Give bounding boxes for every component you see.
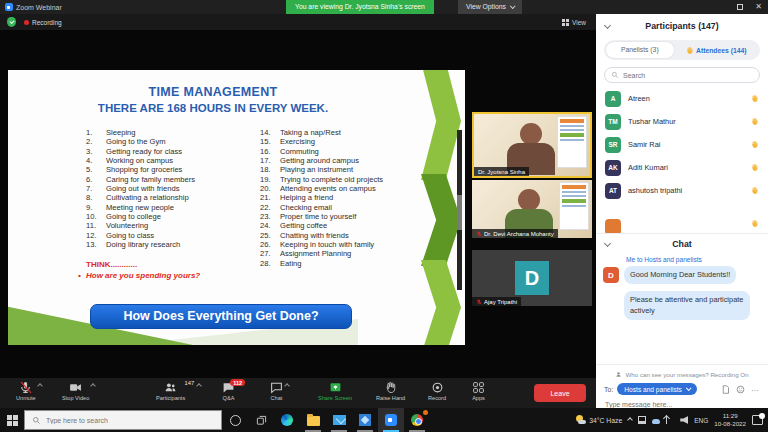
participant-row[interactable]: AT ashutosh tripathi [596,179,768,202]
edge-button[interactable] [274,408,300,432]
participant-initial-avatar: D [515,261,549,295]
slide-list-item: 26. Keeping in touch with family [260,240,418,249]
shared-screen-scrollbar[interactable] [457,130,462,290]
close-window-button[interactable]: ✕ [755,0,762,14]
hidden-icons-caret[interactable] [627,417,633,423]
taskbar-clock[interactable]: 11:29 10-08-2022 [714,412,746,428]
unmute-button[interactable]: Unmute [16,378,36,408]
tab-attendees[interactable]: Attendees (144) [674,46,758,55]
raise-hand-icon [384,381,397,394]
mic-muted-icon [476,231,482,237]
weather-icon [576,415,586,425]
audio-options-caret[interactable] [37,383,43,389]
apps-button[interactable]: Apps [472,378,485,408]
video-tile-speaker[interactable]: Dr. Jyotsna Sinha [472,112,592,178]
raised-hand-icon [750,94,759,103]
participant-row[interactable]: A Atreen [596,87,768,110]
item-text: Taking a nap/Rest [280,128,341,137]
raise-hand-button[interactable]: Raise Hand [376,378,405,408]
start-button[interactable] [0,415,24,426]
participants-search[interactable] [604,67,760,83]
taskbar-search-input[interactable] [46,417,196,424]
file-attach-icon[interactable] [721,385,730,394]
video-tile-no-camera[interactable]: D Ajay Tripathi [472,250,592,306]
tab-attendees-label: Attendees (144) [696,47,747,54]
view-options-button[interactable]: View Options [458,0,522,14]
view-layout-button[interactable]: View [562,14,586,30]
privacy-note-text: Who can see your messages? Recording On [625,371,748,378]
record-label: Record [428,395,446,401]
meeting-statusbar: Recording View [0,14,596,30]
file-explorer-button[interactable] [300,408,326,432]
chat-bubble-list: Good Morning Dear Students!! Please be a… [624,266,768,320]
scrollbar-thumb[interactable] [457,195,462,230]
action-center-button[interactable] [752,415,763,425]
taskbar-search[interactable] [24,410,222,430]
item-text: Going to class [106,231,154,240]
camera-icon [69,381,82,394]
item-text: Shopping for groceries [106,165,182,174]
usb-icon[interactable] [666,416,674,424]
task-view-button[interactable] [248,408,274,432]
taskbar-weather[interactable]: 34°C Haze [576,415,622,425]
participants-count-badge: 147 [185,380,195,386]
slide-list-item: 21. Helping a friend [260,193,418,202]
participant-row-partial[interactable] [596,219,768,233]
zoom-webinar-window: Zoom Webinar You are viewing Dr. Jyotsna… [0,0,768,432]
chrome-icon [411,414,423,426]
record-button[interactable]: Record [428,378,446,408]
cortana-button[interactable] [222,408,248,432]
more-options-icon[interactable]: … [751,387,760,391]
chat-message-input[interactable] [596,395,756,408]
participants-button[interactable]: 147 Participants [156,378,185,408]
item-text: Attending events on campus [280,184,376,193]
item-text: Checking email [280,203,332,212]
item-text: Eating [280,259,302,268]
stop-video-button[interactable]: Stop Video [62,378,89,408]
zoom-app-icon [385,414,397,426]
mail-button[interactable] [326,408,352,432]
photos-button[interactable] [352,408,378,432]
chevron-down-icon [510,3,516,9]
item-number: 21. [260,193,280,202]
zoom-app-button[interactable] [378,408,404,432]
raised-hand-icon [685,46,694,55]
speaker-icon[interactable] [680,416,688,424]
participant-video-name: Dr. Devi Archana Mohanty [484,231,554,237]
video-options-caret[interactable] [90,383,96,389]
participant-avatar: SR [605,137,621,153]
participant-row[interactable]: TM Tushar Mathur [596,110,768,133]
share-screen-button[interactable]: Share Screen [318,378,352,408]
slide-list-item: 11. Volunteering [86,221,258,230]
participant-row[interactable]: SR Samir Rai [596,133,768,156]
windows-logo-icon [7,415,18,426]
item-number: 3. [86,147,106,156]
restore-window-button[interactable] [737,4,743,10]
participants-search-input[interactable] [623,72,743,79]
leave-button[interactable]: Leave [534,384,586,402]
chat-caret[interactable] [284,383,290,389]
video-tile-panelist[interactable]: Dr. Devi Archana Mohanty [472,180,592,238]
chrome-button[interactable] [404,408,430,432]
onedrive-icon[interactable] [652,419,660,424]
participant-row[interactable]: AK Aditi Kumari [596,156,768,179]
item-text: Assignment Planning [280,249,351,258]
participant-name: Aditi Kumari [628,163,743,172]
language-indicator[interactable]: ENG [694,417,708,424]
background-poster [559,182,589,230]
emoji-icon[interactable] [736,385,745,394]
tab-panelists[interactable]: Panelists (3) [606,42,674,58]
notification-badge [759,413,765,419]
recipient-selector[interactable]: Hosts and panelists [617,383,697,395]
slide-list-left: 1. Sleeping 2. Going to the Gym 3. Getti… [86,128,258,249]
slide-list-item: 12. Going to class [86,231,258,240]
chat-to-row: To: Hosts and panelists … [596,380,768,395]
participants-collapse-caret[interactable] [604,22,611,29]
chat-button[interactable]: Chat [270,378,283,408]
participants-header: Participants (147) [596,14,768,38]
qa-button[interactable]: 112 Q&A [222,378,235,408]
participants-caret[interactable] [196,383,202,389]
chat-collapse-caret[interactable] [604,240,611,247]
mail-icon [333,415,346,425]
network-icon[interactable] [638,416,646,424]
